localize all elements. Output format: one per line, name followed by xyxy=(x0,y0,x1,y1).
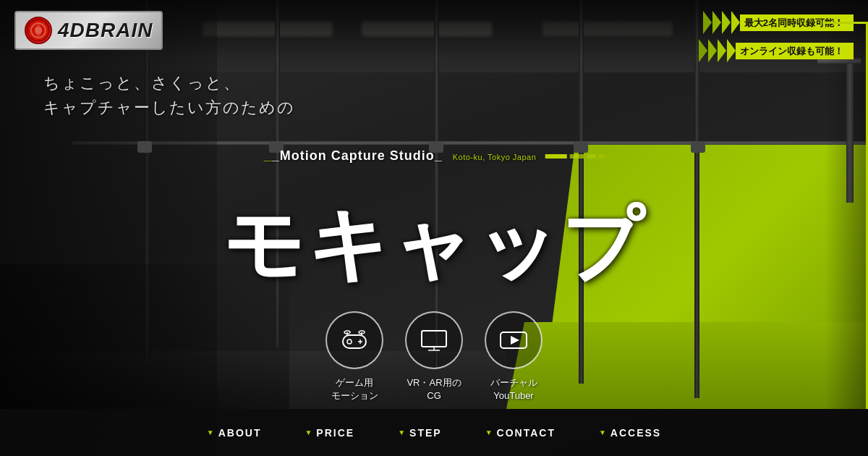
studio-subtitle: __Motion Capture Studio_ Koto-ku, Tokyo … xyxy=(264,148,605,164)
nav-item-contact[interactable]: ▼ CONTACT xyxy=(485,427,556,439)
service-game-circle xyxy=(326,311,383,369)
chevron-decoration xyxy=(703,11,740,34)
studio-location: Koto-ku, Tokyo Japan xyxy=(453,153,537,161)
svg-marker-15 xyxy=(511,336,519,345)
svg-rect-11 xyxy=(422,331,446,347)
nav-label-step: STEP xyxy=(409,427,442,439)
service-youtuber[interactable]: バーチャル YouTuber xyxy=(485,311,542,402)
nav-arrow-step: ▼ xyxy=(398,428,407,436)
nav-item-access[interactable]: ▼ ACCESS xyxy=(599,427,661,439)
service-youtuber-circle xyxy=(485,311,542,369)
nav-arrow-price: ▼ xyxy=(305,428,313,436)
services-row: ゲーム用 モーション VR・AR用の CG xyxy=(326,311,542,402)
logo-area: 4DBRAIN xyxy=(14,11,163,50)
nav-label-contact: CONTACT xyxy=(497,427,556,439)
service-game[interactable]: ゲーム用 モーション xyxy=(326,311,383,402)
service-youtuber-label: バーチャル YouTuber xyxy=(490,376,537,402)
chevron-decoration-2 xyxy=(699,39,736,62)
service-vr-label: VR・AR用の CG xyxy=(407,376,461,402)
badge-2-text: オンライン収録も可能！ xyxy=(736,43,854,59)
service-vr[interactable]: VR・AR用の CG xyxy=(405,311,463,402)
logo-icon xyxy=(25,17,52,44)
nav-label-price: PRICE xyxy=(316,427,354,439)
nav-arrow-access: ▼ xyxy=(599,428,608,436)
nav-item-step[interactable]: ▼ STEP xyxy=(398,427,441,439)
page-content: 4DBRAIN 最大2名同時収録可能！ オンライン収録も可能！ xyxy=(0,0,868,456)
tagline-line-2: キャプチャーしたい方のための xyxy=(43,97,295,119)
badge-2: オンライン収録も可能！ xyxy=(699,39,854,62)
studio-label-text: _Motion Capture Studio_ xyxy=(272,148,443,163)
nav-item-price[interactable]: ▼ PRICE xyxy=(305,427,354,439)
svg-point-4 xyxy=(347,339,352,344)
studio-bar-decoration xyxy=(545,154,604,159)
main-title: モキャップ xyxy=(223,192,646,300)
badges-area: 最大2名同時収録可能！ オンライン収録も可能！ xyxy=(699,11,854,64)
right-border-top xyxy=(822,22,866,24)
logo-text: 4DBRAIN xyxy=(58,19,153,42)
service-game-label: ゲーム用 モーション xyxy=(331,376,378,402)
nav-label-access: ACCESS xyxy=(610,427,661,439)
service-vr-circle xyxy=(405,311,463,369)
studio-label: __Motion Capture Studio_ Koto-ku, Tokyo … xyxy=(264,148,537,164)
nav-arrow-contact: ▼ xyxy=(485,428,494,436)
logo-box: 4DBRAIN xyxy=(14,11,163,50)
nav-label-about: ABOUT xyxy=(218,427,262,439)
hero-taglines: ちょこっと、さくっと、 キャプチャーしたい方のための xyxy=(43,72,295,119)
svg-rect-3 xyxy=(343,335,366,348)
bottom-nav: ▼ ABOUT ▼ PRICE ▼ STEP ▼ CONTACT ▼ ACCES… xyxy=(0,409,868,456)
tagline-line-1: ちょこっと、さくっと、 xyxy=(43,72,295,94)
nav-item-about[interactable]: ▼ ABOUT xyxy=(207,427,262,439)
nav-arrow-about: ▼ xyxy=(207,428,216,436)
